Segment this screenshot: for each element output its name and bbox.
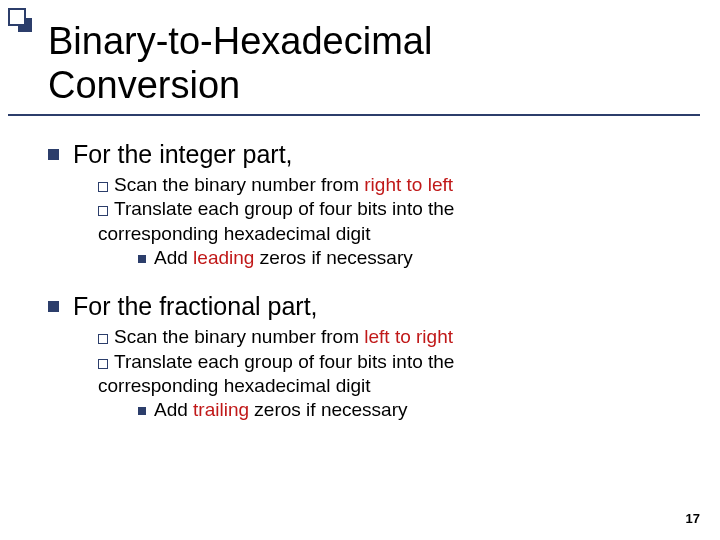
title-line-1: Binary-to-Hexadecimal	[48, 20, 432, 62]
hollow-square-icon	[98, 359, 108, 369]
title-underline	[8, 114, 700, 116]
l3-highlight: leading	[193, 247, 254, 268]
level1-text: For the fractional part,	[73, 292, 318, 321]
l3-text-cont: zeros if necessary	[254, 247, 412, 268]
level2-group: Scan the binary number from right to lef…	[98, 173, 690, 270]
hollow-square-icon	[98, 334, 108, 344]
page-number: 17	[686, 511, 700, 526]
hollow-square-icon	[98, 182, 108, 192]
title-line-2: Conversion	[48, 64, 240, 106]
level1-text: For the integer part,	[73, 140, 293, 169]
l3-text: Add	[154, 399, 193, 420]
l3-highlight: trailing	[193, 399, 249, 420]
l2-highlight: left to right	[364, 326, 453, 347]
level1-item: For the integer part,	[48, 140, 690, 169]
level2-group: Scan the binary number from left to righ…	[98, 325, 690, 422]
l3-text: Add	[154, 247, 193, 268]
mini-square-icon	[138, 407, 146, 415]
level3-item: Add trailing zeros if necessary	[138, 398, 690, 422]
slide-body: For the integer part, Scan the binary nu…	[48, 130, 690, 423]
level3-item: Add leading zeros if necessary	[138, 246, 690, 270]
l2-text: Translate each group of four bits into t…	[114, 351, 454, 372]
l2-text: Translate each group of four bits into t…	[114, 198, 454, 219]
l2-text: Scan the binary number from	[114, 174, 364, 195]
level2-item: Translate each group of four bits into t…	[98, 197, 690, 246]
square-bullet-icon	[48, 301, 59, 312]
hollow-square-icon	[98, 206, 108, 216]
l2-text-cont: corresponding hexadecimal digit	[98, 223, 371, 244]
level2-item: Scan the binary number from left to righ…	[98, 325, 690, 349]
l2-text-cont: corresponding hexadecimal digit	[98, 375, 371, 396]
l3-text-cont: zeros if necessary	[249, 399, 407, 420]
level1-item: For the fractional part,	[48, 292, 690, 321]
l2-text: Scan the binary number from	[114, 326, 364, 347]
deco-square-outline	[8, 8, 26, 26]
level2-item: Translate each group of four bits into t…	[98, 350, 690, 399]
square-bullet-icon	[48, 149, 59, 160]
slide-title: Binary-to-Hexadecimal Conversion	[48, 20, 432, 107]
level2-item: Scan the binary number from right to lef…	[98, 173, 690, 197]
mini-square-icon	[138, 255, 146, 263]
l2-highlight: right to left	[364, 174, 453, 195]
